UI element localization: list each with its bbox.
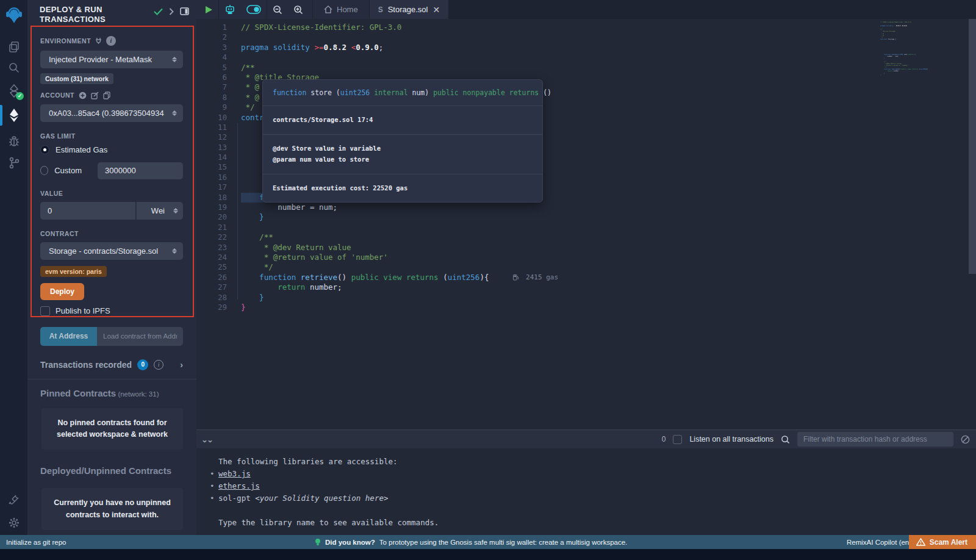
terminal-output: The following libraries are accessible:•…	[196, 448, 976, 529]
tooltip-signature: function store (uint256 internal num) pu…	[263, 80, 542, 106]
ai-copilot-button[interactable]	[219, 0, 241, 19]
copilot-toggle[interactable]	[241, 0, 267, 19]
transactions-recorded-row[interactable]: Transactions recorded 0 i ›	[40, 359, 190, 370]
environment-label: ENVIRONMENT i	[40, 36, 183, 46]
clear-terminal-icon[interactable]	[961, 435, 970, 444]
git-init-button[interactable]: Initialize as git repo	[0, 539, 66, 546]
contract-select[interactable]: Storage - contracts/Storage.sol	[40, 242, 183, 260]
publish-ipfs-option[interactable]: Publish to IPFS	[40, 306, 183, 316]
terminal: ⌄⌄ 0 Listen on all transactions The foll…	[196, 429, 976, 535]
transactions-count-badge: 0	[137, 359, 148, 370]
plug-small-icon	[95, 37, 102, 45]
listen-all-label: Listen on all transactions	[689, 435, 773, 443]
check-icon	[154, 8, 163, 15]
add-account-icon[interactable]	[79, 92, 87, 99]
sign-message-icon[interactable]	[91, 92, 99, 99]
zoom-in-button[interactable]	[288, 0, 309, 19]
deploy-run-icon	[8, 108, 20, 123]
gas-limit-label: GAS LIMIT	[40, 132, 183, 140]
hover-tooltip: function store (uint256 internal num) pu…	[262, 79, 543, 203]
pin-panel-icon[interactable]	[180, 7, 189, 15]
at-address-input[interactable]	[97, 327, 183, 346]
evm-version-badge: evm version: paris	[40, 266, 107, 277]
pinned-contracts-title: Pinned Contracts (network: 31)	[40, 388, 184, 398]
sidebar-item-search[interactable]	[0, 56, 27, 79]
sidebar-item-settings[interactable]	[0, 511, 27, 534]
remix-logo[interactable]	[0, 4, 27, 27]
tooltip-cost: Estimated execution cost: 22520 gas	[263, 174, 542, 203]
deployed-contracts-empty: Currently you have no unpinned contracts…	[41, 488, 183, 530]
sidebar-item-debugger[interactable]	[0, 129, 27, 153]
tab-label: Storage.sol	[388, 5, 428, 14]
custom-gas-input[interactable]	[98, 162, 183, 179]
minimap[interactable]: // SPDX-License-Identifier: GPL-3.0 prag…	[880, 21, 935, 76]
status-bar: Initialize as git repo Did you know? To …	[0, 535, 976, 549]
zoom-out-button[interactable]	[267, 0, 288, 19]
copy-address-icon[interactable]	[103, 92, 110, 99]
sidebar-item-git[interactable]	[0, 151, 27, 174]
account-select[interactable]: 0xA03...85ac4 (0.398673504934	[40, 104, 183, 122]
estimated-gas-label: Estimated Gas	[56, 145, 107, 154]
estimated-gas-option[interactable]: Estimated Gas	[40, 145, 183, 154]
terminal-filter-input[interactable]	[797, 432, 953, 447]
bottom-strip	[0, 549, 976, 560]
toggle-on-icon	[246, 5, 261, 14]
panel-title: DEPLOY & RUN TRANSACTIONS	[40, 5, 137, 25]
listen-all-checkbox[interactable]	[673, 435, 682, 444]
environment-info-icon[interactable]: i	[106, 36, 116, 46]
remix-ide-window: ✓	[0, 0, 976, 560]
search-icon[interactable]	[781, 435, 790, 444]
tooltip-doc: @dev Store value in variable@param num v…	[263, 135, 542, 174]
editor-toolbar: Home S Storage.sol ✕	[196, 0, 976, 19]
transactions-info-icon[interactable]: i	[154, 360, 163, 370]
terminal-bar: ⌄⌄ 0 Listen on all transactions	[196, 429, 976, 448]
tab-bar-empty	[448, 0, 976, 19]
remix-logo-icon	[5, 5, 23, 25]
value-unit-select[interactable]: Wei	[136, 202, 183, 220]
collapse-terminal-icon[interactable]: ⌄⌄	[201, 435, 212, 443]
plug-icon	[8, 494, 20, 506]
home-icon	[324, 5, 332, 13]
custom-gas-option[interactable]: Custom	[40, 162, 183, 179]
publish-ipfs-label: Publish to IPFS	[56, 306, 110, 315]
terminal-count: 0	[662, 435, 666, 443]
value-input[interactable]	[40, 202, 135, 220]
scam-alert-button[interactable]: Scam Alert	[909, 535, 976, 549]
stepper-icon	[172, 248, 177, 254]
chevron-right-icon[interactable]	[169, 8, 174, 15]
deploy-run-panel: DEPLOY & RUN TRANSACTIONS ENVIRONMENT i …	[27, 0, 196, 535]
close-tab-icon[interactable]: ✕	[432, 5, 440, 15]
chevron-right-icon[interactable]: ›	[180, 360, 183, 370]
at-address-button[interactable]: At Address	[40, 327, 97, 346]
deploy-button[interactable]: Deploy	[40, 283, 84, 300]
tooltip-location: contracts/Storage.sol 17:4	[263, 106, 542, 135]
sidebar-item-file-explorer[interactable]	[0, 35, 27, 59]
panel-header: DEPLOY & RUN TRANSACTIONS	[27, 0, 196, 27]
gas-estimate-note: 2415 gas	[513, 273, 558, 282]
home-label: Home	[337, 5, 358, 14]
git-branch-icon	[8, 157, 20, 169]
run-script-button[interactable]	[196, 0, 218, 19]
tab-home[interactable]: Home	[313, 0, 369, 19]
compile-success-badge: ✓	[16, 92, 24, 100]
bug-icon	[8, 135, 20, 147]
zoom-in-icon	[293, 5, 303, 15]
did-you-know-tip: Did you know? To prototype using the Gno…	[315, 538, 627, 547]
gear-icon	[8, 517, 20, 529]
solidity-file-icon: S	[378, 5, 383, 14]
account-label: ACCOUNT	[40, 92, 183, 99]
code-editor[interactable]: 1// SPDX-License-Identifier: GPL-3.023pr…	[196, 19, 976, 429]
tab-storage-sol[interactable]: S Storage.sol ✕	[370, 0, 449, 19]
custom-gas-radio[interactable]	[40, 166, 48, 175]
editor-scrollbar[interactable]	[969, 19, 976, 274]
estimated-gas-radio[interactable]	[40, 145, 49, 154]
publish-ipfs-checkbox[interactable]	[40, 306, 50, 316]
network-badge: Custom (31) network	[40, 73, 113, 84]
pinned-contracts-empty: No pinned contracts found for selected w…	[41, 408, 183, 450]
stepper-icon	[172, 110, 177, 116]
sidebar-item-solidity-compiler[interactable]: ✓	[0, 79, 27, 102]
activity-bar: ✓	[0, 0, 27, 535]
environment-select[interactable]: Injected Provider - MetaMask	[40, 51, 183, 68]
sidebar-item-deploy-run[interactable]	[0, 104, 27, 127]
sidebar-item-plugin-manager[interactable]	[0, 488, 27, 511]
